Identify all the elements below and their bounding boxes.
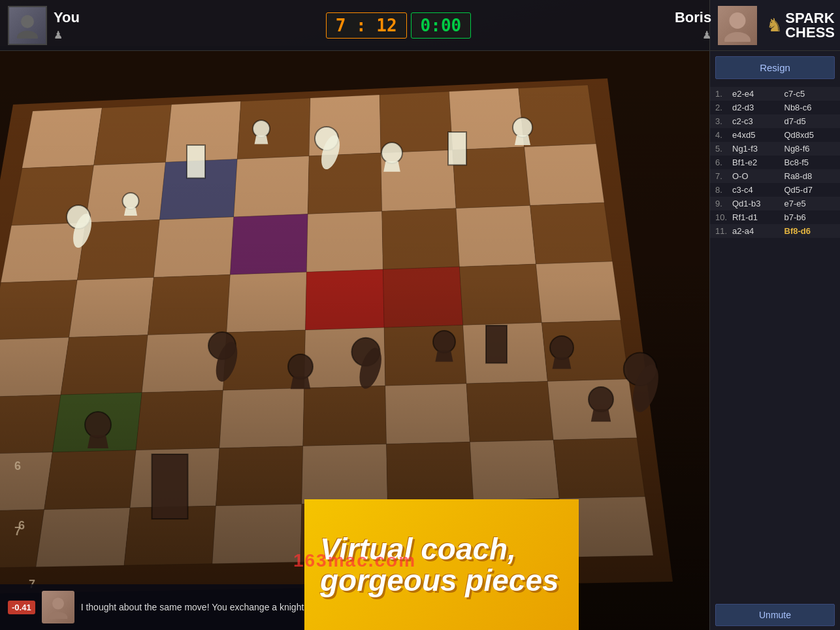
player-boris-info: Boris ♟ [675,9,711,41]
move-white: c2-c3 [732,116,783,126]
coord-6: 6 [14,459,21,473]
pawn-icon-you: ♟ [54,29,80,41]
move-white: Rf1-d1 [732,212,783,222]
move-number: 11. [715,226,731,236]
move-black: Qd8xd5 [784,130,835,140]
pawn-icon-boris: ♟ [702,29,711,41]
move-row: 5.Ng1-f3Ng8-f6 [710,142,840,156]
player-you-info: You ♟ [54,9,80,41]
move-black: Qd5-d7 [784,185,835,195]
coord-7: 7 [14,525,21,539]
move-black: Bf8-d6 [784,226,835,236]
move-white: a2-a4 [732,226,783,236]
move-number: 6. [715,158,731,167]
move-row: 2.d2-d3Nb8-c6 [710,101,840,114]
move-number: 8. [715,185,731,195]
resign-button[interactable]: Resign [715,56,835,79]
move-row: 6.Bf1-e2Bc8-f5 [710,156,840,169]
move-white: Bf1-e2 [732,158,783,167]
move-row: 4.e4xd5Qd8xd5 [710,128,840,142]
score-badge: -0.41 [8,601,35,614]
opponent-timer: 0:00 [411,12,472,39]
player-boris-name: Boris [675,9,711,26]
move-number: 10. [715,212,731,222]
move-row: 7.O-ORa8-d8 [710,169,840,183]
move-number: 2. [715,103,731,112]
logo-title: SPARK CHESS [785,11,835,40]
move-white: e2-e4 [732,89,783,99]
svg-point-3 [48,612,67,619]
move-list: 1.e2-e4c7-c52.d2-d3Nb8-c63.c2-c3d7-d54.e… [710,84,840,600]
player-you-section: You ♟ [0,2,88,49]
move-row: 10.Rf1-d1b7-b6 [710,210,840,224]
move-number: 1. [715,89,731,99]
move-number: 3. [715,116,731,126]
coach-avatar [42,591,74,623]
unmute-button[interactable]: Unmute [715,604,835,626]
move-black: d7-d5 [784,116,835,126]
player-you-name: You [54,9,80,26]
player-timer: 7 : 12 [326,12,407,39]
move-black: Bc8-f5 [784,158,835,167]
move-black: b7-b6 [784,212,835,222]
move-row: 3.c2-c3d7-d5 [710,114,840,128]
knight-icon: ♞ [766,14,783,36]
svg-point-1 [17,31,38,39]
move-number: 5. [715,144,731,154]
move-white: Ng1-f3 [732,144,783,154]
move-row: 9.Qd1-b3e7-e5 [710,197,840,210]
move-white: O-O [732,171,783,181]
move-black: Ra8-d8 [784,171,835,181]
move-row: 11.a2-a4Bf8-d6 [710,224,840,238]
move-white: d2-d3 [732,103,783,112]
avatar-boris [718,6,757,45]
watermark: 163mac.com [293,550,416,571]
move-black: e7-e5 [784,199,835,208]
svg-point-4 [730,12,746,29]
move-black: c7-c5 [784,89,835,99]
spark-chess-logo: ♞ SPARK CHESS [766,11,835,40]
move-number: 4. [715,130,731,140]
svg-point-2 [52,598,64,610]
logo-area: Boris ♟ ♞ SPARK CHESS [710,0,840,51]
sidebar: Boris ♟ ♞ SPARK CHESS Resign 1.e2-e4c7-c… [709,0,840,630]
timer-section: 7 : 12 0:00 [88,12,709,39]
move-row: 1.e2-e4c7-c5 [710,87,840,101]
chess-area: 6 7 You ♟ 7 : 12 0:00 -0.41 [0,0,709,630]
move-number: 7. [715,171,731,181]
svg-point-0 [21,15,34,28]
player-boris-section: Boris ♟ [670,2,762,49]
move-white: c3-c4 [732,185,783,195]
game-header: You ♟ 7 : 12 0:00 [0,0,709,51]
svg-point-5 [724,32,751,42]
move-white: Qd1-b3 [732,199,783,208]
move-white: e4xd5 [732,130,783,140]
move-number: 9. [715,199,731,208]
move-black: Ng8-f6 [784,144,835,154]
move-black: Nb8-c6 [784,103,835,112]
avatar-you [8,6,47,45]
move-row: 8.c3-c4Qd5-d7 [710,183,840,197]
